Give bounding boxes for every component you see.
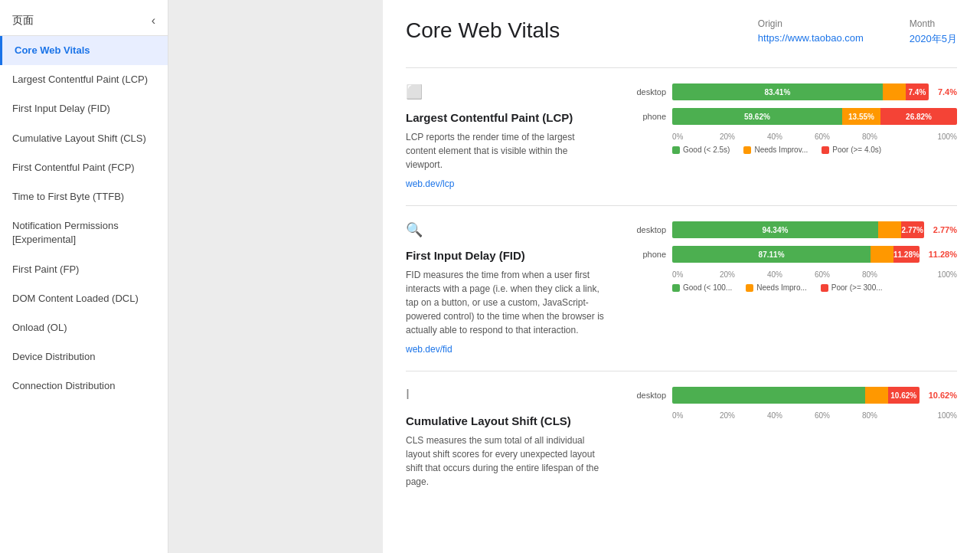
metric-title-fid: First Input Delay (FID) [406,249,605,262]
x-axis-cls: 0%20%40%60%80%100% [672,411,957,420]
x-axis-fid: 0%20%40%60%80%100% [672,270,957,279]
metric-link-fid[interactable]: web.dev/fid [406,344,452,355]
legend-fid: Good (< 100...Needs Impro...Poor (>= 300… [672,283,957,292]
sidebar-item-notification-permissions[interactable]: Notification Permissions [Experimental] [0,211,168,254]
metric-info-fid: 🔍First Input Delay (FID)FID measures the… [406,221,605,355]
bar-segment-needs [871,246,893,263]
sidebar-item-onload[interactable]: Onload (OL) [0,313,168,342]
legend-dot-needs [743,146,751,154]
origin-label: Origin [758,18,864,29]
sidebar-item-fcp[interactable]: First Contentful Paint (FCP) [0,153,168,182]
metric-desc-lcp: LCP reports the render time of the large… [406,130,605,172]
bar-segment-needs: 13.55% [842,108,880,125]
x-tick: 40% [767,411,815,420]
sidebar-item-device-distribution[interactable]: Device Distribution [0,342,168,371]
x-axis-lcp: 0%20%40%60%80%100% [672,133,957,141]
metric-section-cls: ICumulative Layout Shift (CLS)CLS measur… [406,371,957,509]
bar-segment-poor: 11.28% [893,246,920,263]
month-label: Month [910,18,957,29]
sidebar-item-lcp[interactable]: Largest Contentful Paint (LCP) [0,65,168,94]
sidebar-items-container: Core Web VitalsLargest Contentful Paint … [0,36,168,401]
metric-title-cls: Cumulative Layout Shift (CLS) [406,414,605,427]
bar-container: 94.34%2.77% [672,221,924,238]
metric-section-fid: 🔍First Input Delay (FID)FID measures the… [406,205,957,371]
sidebar-item-fp[interactable]: First Paint (FP) [0,255,168,284]
x-tick: 0% [672,411,720,420]
bar-end-label: 2.77% [933,225,957,234]
bar-label: desktop [628,225,666,234]
legend-label: Poor (>= 300... [831,283,883,292]
legend-dot-good [672,146,680,154]
legend-label: Poor (>= 4.0s) [832,146,881,154]
sidebar-item-dcl[interactable]: DOM Content Loaded (DCL) [0,284,168,313]
x-tick: 80% [862,133,910,141]
legend-item: Needs Impro... [746,283,807,292]
chart-area-fid: desktop94.34%2.77%2.77%phone87.11%11.28%… [628,221,957,292]
bar-segment-poor: 26.82% [880,108,957,125]
bar-row-fid-desktop: desktop94.34%2.77%2.77% [628,221,957,238]
page-title: Core Web Vitals [406,18,560,43]
bar-segment-good: 83.41% [672,83,883,100]
cls-icon: I [406,387,427,408]
chart-area-cls: desktop10.62%10.62%0%20%40%60%80%100% [628,387,957,424]
x-tick: 20% [720,133,767,141]
fid-icon: 🔍 [406,221,427,243]
x-tick: 20% [720,411,767,420]
gray-panel [168,0,383,553]
sidebar-item-connection-distribution[interactable]: Connection Distribution [0,371,168,401]
x-tick: 60% [815,133,862,141]
legend-item: Needs Improv... [743,146,808,154]
lcp-icon: ⬜ [406,83,427,105]
bar-segment-poor: 7.4% [906,83,929,100]
bar-segment-good [672,387,865,404]
sidebar-item-core-web-vitals[interactable]: Core Web Vitals [0,36,168,65]
legend-dot-poor [821,284,828,292]
legend-item: Good (< 100... [672,283,732,292]
legend-dot-poor [822,146,829,154]
bar-segment-needs [883,83,906,100]
sidebar-item-cls[interactable]: Cumulative Layout Shift (CLS) [0,124,168,153]
legend-label: Needs Improv... [754,146,808,154]
bar-row-cls-desktop: desktop10.62%10.62% [628,387,957,404]
bar-label: phone [628,112,666,121]
bar-label: phone [628,250,666,259]
bar-row-lcp-desktop: desktop83.41%7.4%7.4% [628,83,957,100]
bar-container: 59.62%13.55%26.82% [672,108,957,125]
bar-container: 83.41%7.4% [672,83,929,100]
sidebar-item-fid[interactable]: First Input Delay (FID) [0,94,168,123]
bar-segment-poor: 10.62% [888,387,920,404]
sidebar-item-ttfb[interactable]: Time to First Byte (TTFB) [0,182,168,211]
x-tick: 60% [815,411,862,420]
metric-title-lcp: Largest Contentful Paint (LCP) [406,111,605,124]
x-tick: 100% [910,270,957,279]
x-tick: 80% [862,411,910,420]
bar-container: 10.62% [672,387,920,404]
bar-label: desktop [628,391,666,400]
legend-lcp: Good (< 2.5s)Needs Improv...Poor (>= 4.0… [672,146,957,154]
legend-item: Poor (>= 4.0s) [822,146,881,154]
metric-desc-cls: CLS measures the sum total of all indivi… [406,434,605,489]
legend-dot-needs [746,284,753,292]
bar-segment-poor: 2.77% [901,221,924,238]
x-tick: 60% [815,270,862,279]
month-group: Month 2020年5月 [910,18,957,46]
metric-section-lcp: ⬜Largest Contentful Paint (LCP)LCP repor… [406,67,957,205]
origin-group: Origin https://www.taobao.com [758,18,864,46]
x-tick: 80% [862,270,910,279]
metric-link-lcp[interactable]: web.dev/lcp [406,178,454,189]
origin-value: https://www.taobao.com [758,32,864,44]
metric-info-cls: ICumulative Layout Shift (CLS)CLS measur… [406,387,605,493]
metric-info-lcp: ⬜Largest Contentful Paint (LCP)LCP repor… [406,83,605,190]
header-meta: Origin https://www.taobao.com Month 2020… [758,18,957,46]
bar-segment-good: 87.11% [672,246,871,263]
sidebar-toggle[interactable]: ‹ [152,14,155,28]
chart-area-lcp: desktop83.41%7.4%7.4%phone59.62%13.55%26… [628,83,957,154]
month-value: 2020年5月 [910,32,957,46]
bar-end-label: 11.28% [929,250,957,259]
x-tick: 40% [767,270,815,279]
bar-container: 87.11%11.28% [672,246,920,263]
x-tick: 100% [910,133,957,141]
bar-segment-good: 94.34% [672,221,878,238]
bar-end-label: 10.62% [929,391,957,400]
x-tick: 0% [672,133,720,141]
